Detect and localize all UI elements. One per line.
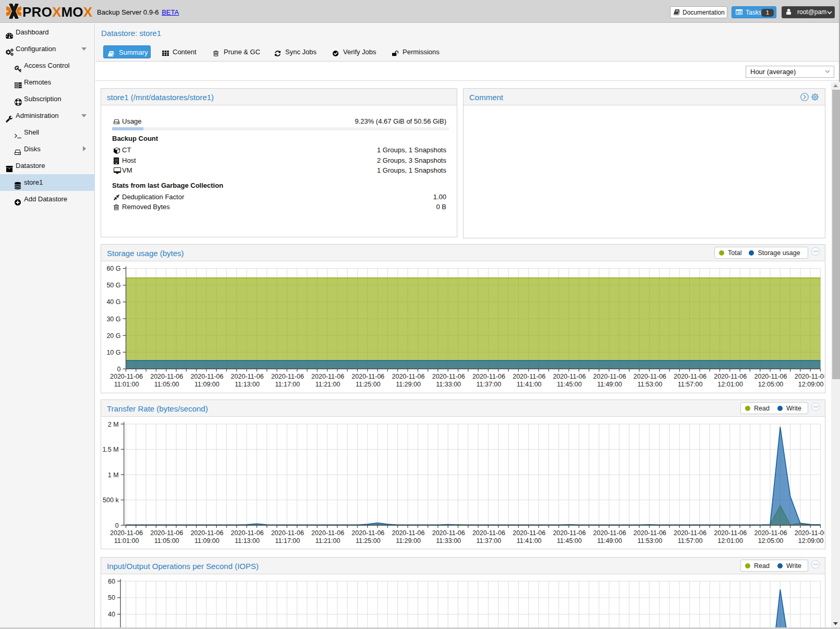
svg-text:2020-11-06: 2020-11-06 <box>271 373 304 380</box>
svg-text:11:33:00: 11:33:00 <box>436 381 461 388</box>
svg-text:30 G: 30 G <box>106 316 120 323</box>
svg-text:2020-11-06: 2020-11-06 <box>553 373 586 380</box>
svg-text:11:01:00: 11:01:00 <box>114 381 139 388</box>
svg-text:11:17:00: 11:17:00 <box>275 537 300 545</box>
svg-text:11:45:00: 11:45:00 <box>557 537 582 545</box>
svg-text:2020-11-06: 2020-11-06 <box>432 529 465 537</box>
svg-text:2020-11-06: 2020-11-06 <box>231 529 264 537</box>
svg-text:2 M: 2 M <box>108 421 119 428</box>
svg-text:2020-11-06: 2020-11-06 <box>472 529 505 537</box>
svg-text:40: 40 <box>108 611 115 618</box>
svg-text:11:37:00: 11:37:00 <box>477 381 502 388</box>
svg-text:2020-11-06: 2020-11-06 <box>150 373 183 380</box>
svg-text:11:01:00: 11:01:00 <box>114 537 139 545</box>
svg-text:2020-11-06: 2020-11-06 <box>795 529 824 537</box>
svg-text:11:21:00: 11:21:00 <box>315 381 340 388</box>
svg-text:2020-11-06: 2020-11-06 <box>754 529 787 537</box>
svg-text:2020-11-06: 2020-11-06 <box>674 529 707 537</box>
svg-text:2020-11-06: 2020-11-06 <box>351 529 384 537</box>
svg-text:2020-11-06: 2020-11-06 <box>714 529 747 537</box>
svg-text:2020-11-06: 2020-11-06 <box>110 373 143 380</box>
svg-text:60: 60 <box>108 578 115 585</box>
svg-text:50 G: 50 G <box>106 282 120 289</box>
svg-text:2020-11-06: 2020-11-06 <box>593 529 626 537</box>
svg-text:2020-11-06: 2020-11-06 <box>553 529 586 537</box>
svg-text:50: 50 <box>108 594 115 601</box>
svg-text:2020-11-06: 2020-11-06 <box>795 373 824 380</box>
svg-text:11:53:00: 11:53:00 <box>637 537 662 545</box>
svg-text:11:45:00: 11:45:00 <box>557 381 582 388</box>
svg-text:2020-11-06: 2020-11-06 <box>311 529 344 537</box>
svg-text:60 G: 60 G <box>106 265 120 272</box>
svg-text:11:41:00: 11:41:00 <box>517 381 542 388</box>
svg-text:12:09:00: 12:09:00 <box>798 537 824 545</box>
svg-text:0: 0 <box>115 522 119 529</box>
svg-text:2020-11-06: 2020-11-06 <box>231 373 264 380</box>
svg-text:2020-11-06: 2020-11-06 <box>674 373 707 380</box>
svg-text:2020-11-06: 2020-11-06 <box>351 373 384 380</box>
svg-text:10 G: 10 G <box>106 349 120 356</box>
svg-text:11:37:00: 11:37:00 <box>477 537 502 545</box>
svg-text:0: 0 <box>117 366 121 373</box>
svg-text:2020-11-06: 2020-11-06 <box>754 373 787 380</box>
svg-text:2020-11-06: 2020-11-06 <box>150 529 183 537</box>
svg-text:1.5 M: 1.5 M <box>102 446 118 453</box>
svg-text:11:17:00: 11:17:00 <box>275 381 300 388</box>
svg-text:2020-11-06: 2020-11-06 <box>311 373 344 380</box>
svg-text:11:13:00: 11:13:00 <box>235 537 260 545</box>
svg-text:12:05:00: 12:05:00 <box>758 381 784 388</box>
svg-text:11:09:00: 11:09:00 <box>194 537 220 545</box>
svg-text:2020-11-06: 2020-11-06 <box>714 373 747 380</box>
svg-text:2020-11-06: 2020-11-06 <box>190 529 223 537</box>
svg-text:2020-11-06: 2020-11-06 <box>472 373 505 380</box>
svg-text:12:01:00: 12:01:00 <box>717 537 743 545</box>
svg-text:12:05:00: 12:05:00 <box>758 537 784 545</box>
svg-text:2020-11-06: 2020-11-06 <box>634 373 666 380</box>
svg-text:11:13:00: 11:13:00 <box>235 381 260 388</box>
svg-text:11:25:00: 11:25:00 <box>356 381 381 388</box>
svg-text:500 k: 500 k <box>103 497 119 504</box>
svg-text:11:49:00: 11:49:00 <box>597 537 622 545</box>
svg-text:2020-11-06: 2020-11-06 <box>634 529 666 537</box>
svg-text:2020-11-06: 2020-11-06 <box>593 373 626 380</box>
svg-text:2020-11-06: 2020-11-06 <box>513 529 545 537</box>
svg-text:1 M: 1 M <box>108 471 119 479</box>
svg-text:11:57:00: 11:57:00 <box>678 537 703 545</box>
svg-text:11:29:00: 11:29:00 <box>396 381 421 388</box>
svg-text:11:09:00: 11:09:00 <box>194 381 220 388</box>
svg-text:11:05:00: 11:05:00 <box>154 381 179 388</box>
svg-text:11:33:00: 11:33:00 <box>436 537 461 545</box>
svg-text:11:53:00: 11:53:00 <box>637 381 662 388</box>
svg-text:12:09:00: 12:09:00 <box>798 381 824 388</box>
svg-text:11:29:00: 11:29:00 <box>396 537 421 545</box>
svg-text:11:25:00: 11:25:00 <box>356 537 381 545</box>
svg-text:2020-11-06: 2020-11-06 <box>392 373 424 380</box>
svg-text:2020-11-06: 2020-11-06 <box>432 373 465 380</box>
svg-text:2020-11-06: 2020-11-06 <box>271 529 304 537</box>
svg-text:20 G: 20 G <box>106 332 120 340</box>
svg-text:11:57:00: 11:57:00 <box>678 381 703 388</box>
svg-text:2020-11-06: 2020-11-06 <box>190 373 223 380</box>
svg-text:12:01:00: 12:01:00 <box>717 381 743 388</box>
svg-text:2020-11-06: 2020-11-06 <box>392 529 424 537</box>
svg-text:11:41:00: 11:41:00 <box>517 537 542 545</box>
svg-text:2020-11-06: 2020-11-06 <box>513 373 545 380</box>
svg-text:2020-11-06: 2020-11-06 <box>110 529 143 537</box>
svg-text:11:05:00: 11:05:00 <box>154 537 179 545</box>
svg-text:11:49:00: 11:49:00 <box>597 381 622 388</box>
svg-text:11:21:00: 11:21:00 <box>315 537 340 545</box>
svg-text:40 G: 40 G <box>106 298 120 306</box>
